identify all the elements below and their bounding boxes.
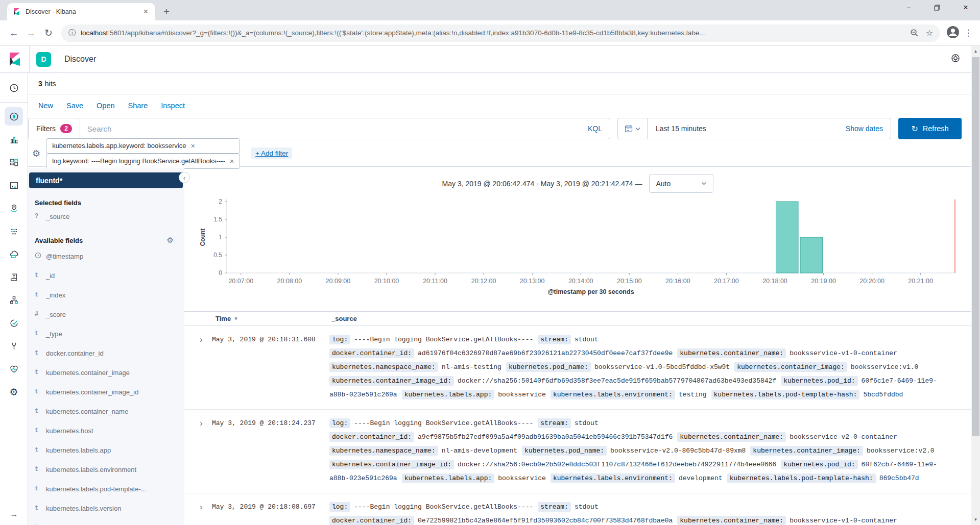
browser-tab[interactable]: Discover - Kibana ×: [7, 3, 155, 20]
search-input[interactable]: [80, 124, 588, 133]
nav-infrastructure[interactable]: [5, 291, 23, 309]
menu-link-share[interactable]: Share: [128, 102, 148, 110]
nav-apm[interactable]: [5, 245, 23, 263]
back-button[interactable]: ←: [5, 24, 22, 42]
selected-fields-heading: Selected fields: [35, 199, 183, 207]
url-bar[interactable]: ⓘ localhost:5601/app/kibana#/discover?_g…: [61, 24, 940, 42]
menu-link-open[interactable]: Open: [97, 102, 114, 110]
tab-close-icon[interactable]: ×: [141, 7, 150, 16]
field-type-icon: t: [35, 505, 46, 512]
nav-management[interactable]: ⚙: [5, 383, 23, 401]
page-scrollbar[interactable]: ▲ ▼: [971, 46, 980, 525]
zoom-out-icon[interactable]: [910, 29, 919, 37]
refresh-label: Refresh: [923, 124, 949, 133]
sidebar-collapse-button[interactable]: ‹: [179, 172, 190, 183]
time-range-value[interactable]: Last 15 minutes: [648, 124, 714, 133]
filter-pills-bar: ⚙ kubernetes.labels.app.keyword: booksse…: [28, 140, 971, 167]
nav-discover[interactable]: [5, 107, 23, 126]
field-key-badge: kubernetes.labels.app:: [402, 473, 495, 483]
field-item-_score[interactable]: #_score: [29, 305, 183, 324]
field-item-kubernetes.container_name[interactable]: tkubernetes.container_name: [29, 402, 183, 421]
add-filter-button[interactable]: + Add filter: [251, 147, 292, 159]
svg-text:20:14:00: 20:14:00: [568, 278, 593, 285]
forward-button[interactable]: →: [22, 24, 40, 42]
header-divider: [29, 46, 30, 72]
field-item-kubernetes.container_image_id[interactable]: tkubernetes.container_image_id: [29, 382, 183, 402]
nav-uptime[interactable]: [5, 314, 23, 332]
field-value: 0e722599821b5c42a9e864ef5f91fd35093602cb…: [418, 517, 673, 524]
expand-row-icon[interactable]: ›: [200, 416, 212, 485]
field-item-_source[interactable]: ?_source: [29, 208, 183, 225]
results-area: May 3, 2019 @ 20:06:42.474 - May 3, 2019…: [184, 168, 971, 525]
breadcrumb: Discover: [64, 55, 96, 64]
field-item-_index[interactable]: t_index: [29, 285, 183, 305]
index-pattern-selector[interactable]: fluentd*: [29, 172, 183, 188]
time-column-header[interactable]: Time▼: [216, 315, 331, 322]
quick-select-button[interactable]: [618, 118, 648, 139]
menu-link-save[interactable]: Save: [66, 102, 83, 110]
field-item-kubernetes.container_image[interactable]: tkubernetes.container_image: [29, 363, 183, 382]
field-key-badge: log:: [329, 418, 350, 428]
field-name: kubernetes.labels.environment: [46, 466, 136, 473]
field-item-_id[interactable]: t_id: [29, 266, 183, 285]
field-value: 5bcd5fddbd: [863, 391, 903, 398]
nav-maps[interactable]: [5, 199, 23, 217]
nav-dashboard[interactable]: [5, 153, 23, 171]
field-item-kubernetes.labels.pod-template-...[interactable]: tkubernetes.labels.pod-template-...: [29, 479, 183, 498]
svg-text:20:15:00: 20:15:00: [617, 278, 642, 285]
remove-filter-icon[interactable]: ×: [190, 142, 195, 150]
nav-machine-learning[interactable]: [5, 222, 23, 240]
window-restore-button[interactable]: [923, 0, 951, 15]
nav-logs[interactable]: [5, 268, 23, 286]
field-item-kubernetes.labels.app[interactable]: tkubernetes.labels.app: [29, 440, 183, 460]
scrollbar-thumb[interactable]: [972, 57, 979, 436]
histogram-chart[interactable]: 00.511.5220:07:0020:08:0020:09:0020:10:0…: [184, 194, 971, 303]
filter-options-gear-icon[interactable]: ⚙: [32, 149, 40, 158]
field-key-badge: kubernetes.labels.pod-template-hash:: [711, 390, 860, 399]
window-close-button[interactable]: ×: [951, 0, 980, 15]
nav-canvas[interactable]: [5, 176, 23, 194]
menu-link-new[interactable]: New: [38, 102, 53, 110]
svg-text:20:20:00: 20:20:00: [859, 278, 885, 285]
field-item-_type[interactable]: t_type: [29, 324, 183, 343]
date-field-icon: [35, 252, 41, 259]
kql-toggle[interactable]: KQL: [588, 124, 610, 133]
filter-pill[interactable]: log.keyword: ----Begin logging BookServi…: [46, 154, 240, 169]
menu-link-inspect[interactable]: Inspect: [161, 102, 185, 110]
field-name: _score: [46, 311, 66, 318]
field-item-docker.container_id[interactable]: tdocker.container_id: [29, 343, 183, 363]
field-type-icon: t: [35, 369, 46, 376]
field-item-@timestamp[interactable]: @timestamp: [29, 246, 183, 266]
table-row: ›May 3, 2019 @ 20:18:24.237log:----Begin…: [184, 410, 971, 493]
nav-monitoring[interactable]: [5, 360, 23, 378]
interval-select[interactable]: Auto: [649, 174, 713, 193]
new-tab-button[interactable]: +: [159, 5, 174, 19]
refresh-button[interactable]: ↻ Refresh: [898, 118, 962, 139]
nav-recently-viewed[interactable]: [5, 79, 23, 97]
browser-menu-icon[interactable]: ⋮: [962, 28, 975, 38]
page-info-icon[interactable]: ⓘ: [68, 29, 76, 38]
browser-avatar[interactable]: [946, 26, 960, 41]
show-dates-button[interactable]: Show dates: [846, 124, 891, 133]
rail-expand-arrow[interactable]: →: [0, 510, 28, 519]
field-name: kubernetes.labels.app: [46, 446, 111, 454]
filter-pill[interactable]: kubernetes.labels.app.keyword: booksserv…: [46, 138, 240, 154]
expand-row-icon[interactable]: ›: [200, 333, 212, 402]
field-value: booksservice: [498, 391, 546, 398]
field-item-kubernetes.labels.version[interactable]: tkubernetes.labels.version: [29, 498, 183, 518]
window-minimize-button[interactable]: −: [894, 0, 923, 15]
nav-visualize[interactable]: [5, 130, 23, 148]
reload-button[interactable]: ↻: [40, 24, 57, 42]
filters-button[interactable]: Filters 2: [29, 118, 80, 139]
field-item-kubernetes.master_url[interactable]: tkubernetes.master_url: [29, 518, 183, 525]
remove-filter-icon[interactable]: ×: [230, 157, 234, 165]
expand-row-icon[interactable]: ›: [200, 500, 212, 525]
field-item-kubernetes.host[interactable]: tkubernetes.host: [29, 421, 183, 440]
help-button[interactable]: [951, 54, 960, 65]
nav-dev-tools[interactable]: [5, 337, 23, 355]
field-item-kubernetes.labels.environment[interactable]: tkubernetes.labels.environment: [29, 460, 183, 479]
scroll-up-arrow[interactable]: ▲: [971, 47, 980, 56]
scroll-down-arrow[interactable]: ▼: [971, 515, 980, 524]
field-settings-gear-icon[interactable]: ⚙: [167, 236, 174, 245]
bookmark-star-icon[interactable]: ☆: [926, 28, 933, 38]
